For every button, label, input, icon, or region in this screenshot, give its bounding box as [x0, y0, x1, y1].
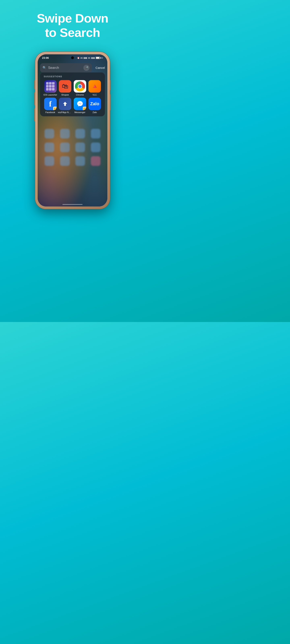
suggestions-label: SUGGESTIONS — [43, 75, 102, 78]
chrome-ring-inner — [78, 84, 82, 88]
phone-shell: 23:06 ⏰ 4G ▮▮▮ 4G ▮▮▮ 93 🔍 — [35, 52, 110, 209]
status-time: 23:06 — [42, 56, 49, 59]
messenger-badge — [83, 107, 86, 110]
bg-icon — [75, 142, 85, 152]
suggestions-panel: SUGGESTIONS — [40, 72, 105, 116]
search-overlay: 🔍 Search 🎤 Cancel — [38, 62, 107, 72]
app-item-chrome[interactable]: Chrome — [73, 80, 87, 96]
messenger-logo-svg — [76, 100, 84, 108]
zalo-label: Zalo — [87, 111, 102, 114]
voz-icon — [59, 98, 71, 110]
zalo-icon: Zalo — [88, 98, 101, 110]
alarm-icon: ⏰ — [77, 57, 80, 59]
headline-line1: Swipe Down — [37, 11, 108, 25]
background-icons — [38, 129, 107, 166]
phone-screen: 23:06 ⏰ 4G ▮▮▮ 4G ▮▮▮ 93 🔍 — [38, 54, 107, 206]
battery-percent: 93 — [101, 57, 103, 59]
app-item-ios-launcher[interactable]: IOS Launcher — [43, 80, 58, 96]
bg-icon — [60, 156, 70, 166]
bg-icon — [45, 129, 54, 138]
power-button — [110, 80, 111, 90]
cancel-button[interactable]: Cancel — [93, 66, 105, 70]
mute-button — [34, 80, 35, 89]
bg-icon — [91, 156, 101, 166]
facebook-icon: f — [44, 98, 57, 110]
volume-up-button — [34, 92, 35, 105]
ios-launcher-icon — [44, 80, 57, 92]
app-item-voz[interactable]: vozFApp NEXT — [58, 98, 72, 114]
page-headline: Swipe Down to Search — [37, 11, 108, 40]
signal-4g-icon: 4G — [80, 57, 83, 59]
app-item-facebook[interactable]: f — [43, 98, 58, 114]
shopee-icon: 🛍 — [59, 80, 71, 92]
chrome-label: Chrome — [73, 94, 87, 96]
bg-icon — [45, 142, 54, 152]
microphone-button[interactable]: 🎤 — [83, 65, 89, 71]
signal-bars-2-icon: ▮▮▮ — [91, 57, 95, 59]
bg-icon — [60, 129, 70, 138]
chrome-icon — [74, 80, 86, 92]
signal-4g-2-icon: 4G — [88, 57, 90, 59]
ios-launcher-label: IOS Launcher — [43, 94, 58, 96]
home-indicator — [63, 204, 83, 205]
search-bar[interactable]: 🔍 Search 🎤 — [40, 63, 92, 72]
app-row-2: f — [43, 98, 102, 114]
app-item-shopee[interactable]: 🛍 Shopee — [58, 80, 72, 96]
search-icon: 🔍 — [43, 66, 47, 70]
battery-fill — [96, 57, 99, 58]
volume-right-button — [110, 94, 111, 110]
messenger-label: Messenger — [73, 111, 87, 114]
voz-label: vozFApp NEXT — [58, 111, 72, 114]
facebook-badge — [53, 107, 57, 110]
bg-icon — [91, 129, 101, 138]
vlc-icon: 🔺 — [88, 80, 101, 92]
shopee-label: Shopee — [58, 94, 72, 96]
camera-notch — [71, 56, 74, 59]
ios-launcher-inner — [45, 81, 55, 91]
app-item-zalo[interactable]: Zalo Zalo — [87, 98, 102, 114]
signal-bars-icon: ▮▮▮ — [84, 57, 87, 59]
app-row-1: IOS Launcher 🛍 Shopee — [43, 80, 102, 96]
chrome-ring-outer — [75, 81, 85, 91]
bg-icon — [60, 142, 70, 152]
vlc-label: VLC — [87, 94, 102, 96]
app-grid: IOS Launcher 🛍 Shopee — [43, 80, 102, 114]
headline-line2: to Search — [45, 26, 100, 40]
facebook-label: Facebook — [43, 111, 58, 114]
bg-icon — [91, 142, 101, 152]
status-icons: ⏰ 4G ▮▮▮ 4G ▮▮▮ 93 — [77, 57, 103, 59]
search-placeholder-text: Search — [48, 66, 82, 70]
bg-icon — [75, 129, 85, 138]
volume-down-button — [34, 108, 35, 121]
app-item-vlc[interactable]: 🔺 VLC — [87, 80, 102, 96]
voz-logo-svg — [61, 100, 69, 108]
messenger-icon — [74, 98, 86, 110]
battery-icon — [96, 57, 100, 59]
bg-icon — [45, 156, 54, 166]
bg-icon — [75, 156, 85, 166]
phone-mockup: 23:06 ⏰ 4G ▮▮▮ 4G ▮▮▮ 93 🔍 — [35, 52, 110, 209]
app-item-messenger[interactable]: Messenger — [73, 98, 87, 114]
